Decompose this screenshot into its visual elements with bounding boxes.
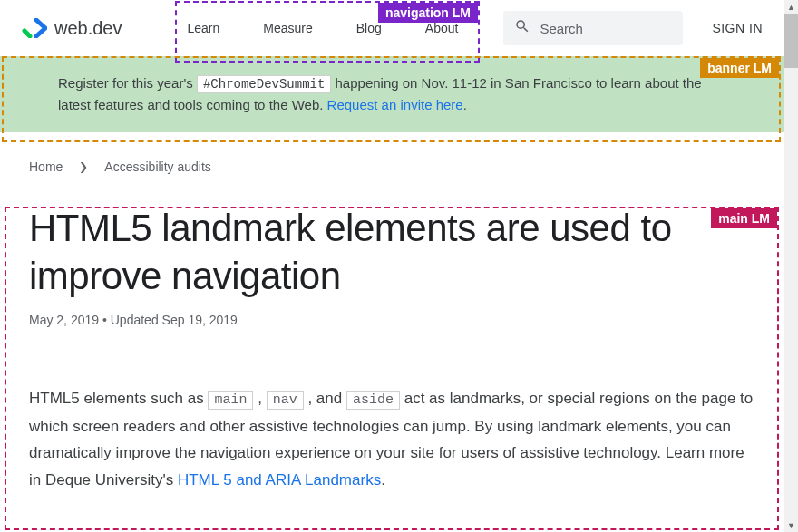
breadcrumb-home[interactable]: Home [29, 160, 63, 174]
code-nav: nav [267, 391, 304, 410]
search-box[interactable] [503, 11, 683, 45]
banner-period: . [463, 97, 467, 112]
promo-banner: Register for this year's #ChromeDevSummi… [0, 56, 784, 132]
nav-learn[interactable]: Learn [188, 21, 220, 35]
page-title: HTML5 landmark elements are used to impr… [29, 205, 755, 300]
search-icon [514, 18, 530, 38]
site-header: web.dev Learn Measure Blog About SIGN IN [0, 0, 784, 56]
scrollbar-thumb[interactable] [784, 14, 798, 68]
signin-button[interactable]: SIGN IN [712, 21, 763, 35]
scroll-up-arrow-icon[interactable]: ▲ [784, 0, 798, 14]
logo-text: web.dev [54, 18, 122, 39]
nav-about[interactable]: About [425, 21, 459, 35]
meta-separator: • [99, 313, 111, 327]
code-main: main [208, 391, 253, 410]
updated-date: Sep 19, 2019 [162, 313, 238, 327]
search-input[interactable] [540, 21, 657, 36]
published-date: May 2, 2019 [29, 313, 99, 327]
nav-blog[interactable]: Blog [356, 21, 382, 35]
breadcrumb: Home ❯ Accessibility audits [0, 132, 784, 194]
code-aside: aside [346, 391, 400, 410]
page-meta: May 2, 2019 • Updated Sep 19, 2019 [29, 313, 755, 327]
chevron-right-icon: ❯ [79, 160, 88, 173]
logo[interactable]: web.dev [22, 18, 122, 39]
webdev-logo-icon [22, 18, 47, 38]
article-body: HTML5 elements such as main , nav , and … [29, 385, 755, 494]
primary-nav: Learn Measure Blog About [188, 0, 459, 56]
nav-measure[interactable]: Measure [263, 21, 312, 35]
updated-prefix: Updated [111, 313, 162, 327]
page-viewport: web.dev Learn Measure Blog About SIGN IN… [0, 0, 784, 532]
vertical-scrollbar[interactable]: ▲ ▼ [784, 0, 798, 532]
article-text: HTML5 elements such as [29, 390, 208, 407]
breadcrumb-accessibility-audits[interactable]: Accessibility audits [104, 160, 211, 174]
banner-hashtag: #ChromeDevSummit [197, 75, 331, 93]
main-content: HTML5 landmark elements are used to impr… [0, 194, 784, 523]
banner-invite-link[interactable]: Request an invite here [327, 97, 463, 112]
deque-link[interactable]: HTML 5 and ARIA Landmarks [178, 471, 381, 488]
banner-text-before: Register for this year's [58, 75, 197, 91]
header-right: SIGN IN [503, 11, 763, 45]
scroll-down-arrow-icon[interactable]: ▼ [784, 518, 798, 532]
